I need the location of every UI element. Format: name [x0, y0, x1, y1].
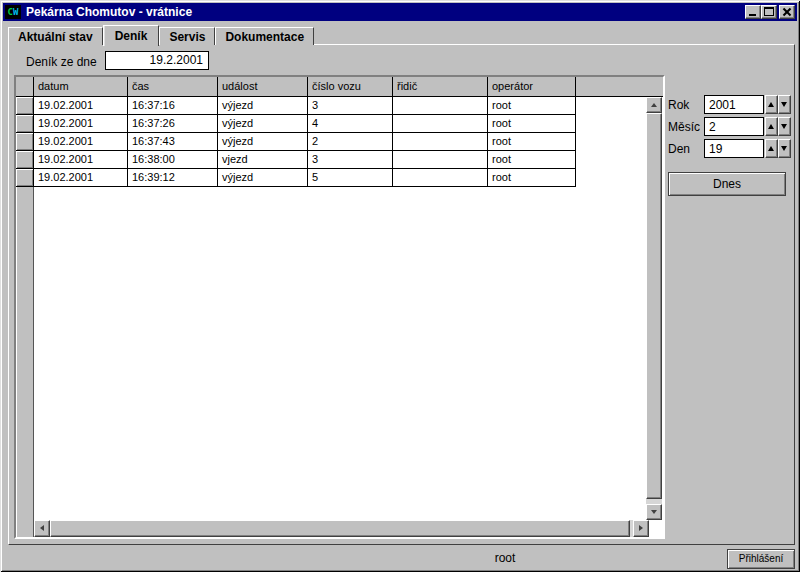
month-label: Měsíc: [668, 120, 700, 134]
spin-up-icon: [768, 146, 774, 151]
horizontal-scrollbar-thumb[interactable]: [50, 520, 630, 537]
scroll-left-button[interactable]: [34, 520, 50, 537]
arrow-right-icon: [639, 525, 643, 531]
spin-up-icon: [768, 124, 774, 129]
minimize-icon: [749, 14, 756, 16]
login-button[interactable]: Přihlášení: [727, 549, 795, 569]
row-selector[interactable]: [16, 151, 34, 169]
table-row[interactable]: 19.02.2001 16:39:12 výjezd 5 root: [16, 169, 663, 187]
column-header-selector: [16, 77, 34, 96]
column-header-datum: datum: [34, 77, 128, 96]
table-cell: root: [488, 115, 576, 133]
table-cell: 19.02.2001: [34, 115, 128, 133]
table-cell: 19.02.2001: [34, 133, 128, 151]
arrow-up-icon: [651, 103, 657, 107]
spin-down-icon: [781, 124, 787, 129]
table-row[interactable]: 19.02.2001 16:38:00 vjezd 3 root: [16, 151, 663, 169]
app-icon: CW: [5, 5, 21, 19]
table-cell: root: [488, 151, 576, 169]
row-selector[interactable]: [16, 115, 34, 133]
table-cell: výjezd: [218, 133, 308, 151]
day-field[interactable]: [704, 139, 764, 158]
table-cell: 3: [308, 151, 393, 169]
table-row[interactable]: 19.02.2001 16:37:26 výjezd 4 root: [16, 115, 663, 133]
arrow-down-icon: [651, 510, 657, 514]
arrow-left-icon: [40, 525, 44, 531]
table-cell: 19.02.2001: [34, 97, 128, 115]
month-down-button[interactable]: [778, 117, 791, 136]
day-label: Den: [668, 142, 690, 156]
day-down-button[interactable]: [778, 139, 791, 158]
tab-denik[interactable]: Deník: [103, 25, 160, 46]
table-cell: 5: [308, 169, 393, 187]
column-header-filler: [576, 77, 663, 96]
vertical-scrollbar-thumb[interactable]: [646, 113, 662, 499]
month-field[interactable]: [704, 117, 764, 136]
month-spinner: [765, 117, 791, 136]
journal-date-label: Deník ze dne: [26, 55, 97, 69]
row-selector[interactable]: [16, 169, 34, 187]
tab-dokumentace[interactable]: Dokumentace: [215, 27, 314, 45]
tab-aktualni-stav[interactable]: Aktuální stav: [8, 27, 103, 45]
column-header-operator: operátor: [488, 77, 576, 96]
year-down-button[interactable]: [778, 95, 791, 114]
table-cell: 4: [308, 115, 393, 133]
table-cell: 16:37:26: [128, 115, 218, 133]
grid-header-row: datum čas událost číslo vozu řidič operá…: [16, 77, 663, 97]
table-row[interactable]: 19.02.2001 16:37:16 výjezd 3 root: [16, 97, 663, 115]
window-title: Pekárna Chomutov - vrátnice: [26, 5, 192, 19]
scroll-right-button[interactable]: [633, 520, 649, 537]
table-cell: 3: [308, 97, 393, 115]
table-cell: [393, 151, 488, 169]
table-cell: [393, 169, 488, 187]
maximize-icon: [764, 7, 774, 16]
day-up-button[interactable]: [765, 139, 778, 158]
title-bar: CW Pekárna Chomutov - vrátnice: [3, 3, 797, 21]
app-window: CW Pekárna Chomutov - vrátnice Aktuální …: [0, 0, 800, 572]
year-up-button[interactable]: [765, 95, 778, 114]
tab-servis[interactable]: Servis: [159, 27, 215, 45]
table-cell: 16:37:43: [128, 133, 218, 151]
column-header-udalost: událost: [218, 77, 308, 96]
table-cell: 2: [308, 133, 393, 151]
table-cell: root: [488, 169, 576, 187]
year-field[interactable]: [704, 95, 764, 114]
tab-bar: Aktuální stav Deník Servis Dokumentace: [8, 24, 314, 45]
window-controls: [745, 5, 795, 19]
scroll-up-button[interactable]: [646, 97, 662, 113]
year-spinner: [765, 95, 791, 114]
spin-down-icon: [781, 102, 787, 107]
month-up-button[interactable]: [765, 117, 778, 136]
table-cell: vjezd: [218, 151, 308, 169]
table-cell: 19.02.2001: [34, 151, 128, 169]
close-button[interactable]: [779, 5, 795, 19]
table-cell: výjezd: [218, 97, 308, 115]
journal-grid: datum čas událost číslo vozu řidič operá…: [14, 75, 665, 539]
today-button[interactable]: Dnes: [668, 172, 786, 196]
horizontal-scrollbar[interactable]: [34, 520, 649, 537]
minimize-button[interactable]: [745, 5, 761, 19]
column-header-cas: čas: [128, 77, 218, 96]
logged-in-user: root: [495, 551, 516, 565]
table-cell: [393, 97, 488, 115]
column-header-ridic: řidič: [393, 77, 488, 96]
table-cell: 16:37:16: [128, 97, 218, 115]
row-selector[interactable]: [16, 133, 34, 151]
day-spinner: [765, 139, 791, 158]
maximize-button[interactable]: [761, 5, 777, 19]
scroll-down-button[interactable]: [646, 504, 662, 520]
row-selector[interactable]: [16, 97, 34, 115]
table-cell: 19.02.2001: [34, 169, 128, 187]
table-cell: výjezd: [218, 115, 308, 133]
table-cell: [393, 133, 488, 151]
journal-date-field[interactable]: 19.2.2001: [105, 51, 209, 70]
table-cell: [393, 115, 488, 133]
spin-up-icon: [768, 102, 774, 107]
vertical-scrollbar[interactable]: [646, 97, 662, 520]
table-cell: root: [488, 97, 576, 115]
column-header-cislo-vozu: číslo vozu: [308, 77, 393, 96]
table-row[interactable]: 19.02.2001 16:37:43 výjezd 2 root: [16, 133, 663, 151]
spin-down-icon: [781, 146, 787, 151]
table-cell: 16:39:12: [128, 169, 218, 187]
table-cell: 16:38:00: [128, 151, 218, 169]
